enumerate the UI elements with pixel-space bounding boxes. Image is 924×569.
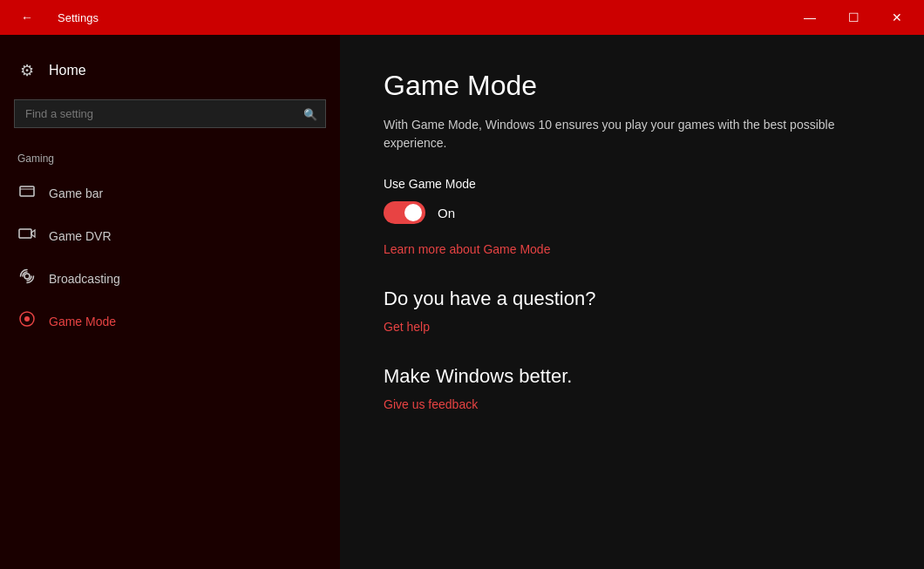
- toggle-thumb: [404, 204, 422, 221]
- get-help-link[interactable]: Get help: [384, 320, 430, 334]
- make-better-heading: Make Windows better.: [384, 365, 880, 388]
- close-button[interactable]: ✕: [877, 0, 917, 35]
- broadcasting-icon: [17, 268, 37, 289]
- use-game-mode-label: Use Game Mode: [384, 177, 880, 191]
- sidebar-item-broadcasting[interactable]: Broadcasting: [0, 257, 340, 300]
- sidebar-item-label-broadcasting: Broadcasting: [49, 272, 120, 286]
- titlebar-left: ← Settings: [7, 0, 99, 35]
- main-layout: ⚙ Home 🔍 Gaming Game bar: [0, 35, 924, 569]
- home-icon: ⚙: [17, 61, 37, 80]
- learn-more-link[interactable]: Learn more about Game Mode: [384, 242, 550, 256]
- svg-point-5: [24, 316, 30, 322]
- sidebar: ⚙ Home 🔍 Gaming Game bar: [0, 35, 340, 569]
- minimize-button[interactable]: —: [790, 0, 830, 35]
- game-mode-icon: [17, 310, 37, 332]
- svg-rect-2: [19, 229, 31, 238]
- maximize-button[interactable]: ☐: [833, 0, 873, 35]
- close-icon: ✕: [892, 10, 902, 24]
- svg-rect-0: [20, 186, 34, 196]
- sidebar-item-home[interactable]: ⚙ Home: [0, 52, 340, 89]
- svg-point-3: [24, 274, 30, 279]
- toggle-state-label: On: [438, 206, 455, 220]
- question-heading: Do you have a question?: [384, 288, 880, 310]
- page-title: Game Mode: [384, 70, 880, 102]
- sidebar-section-label: Gaming: [0, 139, 340, 172]
- search-icon: 🔍: [303, 107, 317, 120]
- back-icon: ←: [21, 10, 33, 24]
- game-mode-toggle[interactable]: [384, 201, 425, 224]
- back-button[interactable]: ←: [7, 0, 47, 35]
- feedback-link[interactable]: Give us feedback: [384, 397, 478, 411]
- minimize-icon: —: [804, 10, 816, 24]
- titlebar: ← Settings — ☐ ✕: [0, 0, 924, 35]
- sidebar-item-game-dvr[interactable]: Game DVR: [0, 214, 340, 257]
- game-mode-toggle-row: On: [384, 201, 880, 224]
- content-area: Game Mode With Game Mode, Windows 10 ens…: [340, 35, 924, 569]
- sidebar-item-label-game-mode: Game Mode: [49, 315, 116, 329]
- sidebar-search: 🔍: [14, 99, 326, 128]
- sidebar-item-game-bar[interactable]: Game bar: [0, 172, 340, 214]
- toggle-track: [384, 201, 425, 224]
- page-description: With Game Mode, Windows 10 ensures you p…: [384, 116, 872, 152]
- game-dvr-icon: [17, 225, 37, 247]
- titlebar-controls: — ☐ ✕: [790, 0, 917, 35]
- game-bar-icon: [17, 182, 37, 204]
- titlebar-title: Settings: [58, 11, 99, 24]
- sidebar-item-game-mode[interactable]: Game Mode: [0, 300, 340, 342]
- sidebar-home-label: Home: [49, 63, 86, 78]
- sidebar-item-label-game-bar: Game bar: [49, 186, 103, 200]
- maximize-icon: ☐: [848, 10, 859, 24]
- sidebar-item-label-game-dvr: Game DVR: [49, 229, 112, 243]
- search-input[interactable]: [14, 99, 326, 128]
